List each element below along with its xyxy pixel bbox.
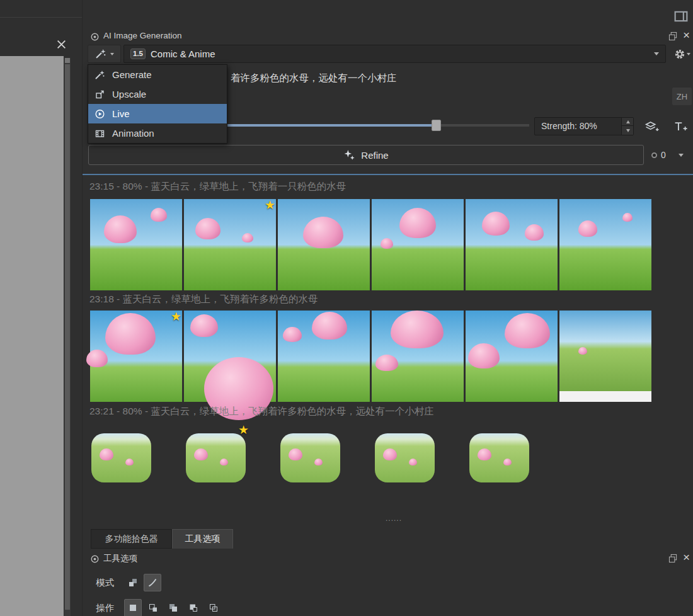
generated-image-thumbnail[interactable] [184, 311, 276, 402]
generated-image-thumbnail[interactable] [466, 199, 558, 290]
generated-image-thumbnail[interactable] [559, 311, 651, 402]
squares-outline-icon [209, 603, 219, 613]
generated-image-thumbnail[interactable] [466, 311, 558, 402]
arrow-down-icon [626, 129, 630, 132]
favorite-star-icon: ★ [171, 309, 181, 323]
selection-symmetric-difference-button[interactable] [205, 599, 222, 616]
more-indicator[interactable]: ...... [365, 514, 422, 523]
close-icon [56, 39, 67, 50]
selection-replace-button[interactable] [124, 599, 142, 616]
generation-mode-split-button[interactable] [88, 45, 121, 63]
chevron-down-icon [110, 53, 114, 55]
menu-item-upscale[interactable]: Upscale [88, 84, 227, 104]
close-docker-button[interactable]: × [683, 551, 690, 563]
generated-image-thumbnail[interactable] [90, 199, 182, 290]
menu-item-label: Upscale [112, 89, 146, 100]
square-filled-icon [128, 603, 138, 613]
canvas-area[interactable] [0, 56, 64, 616]
generated-image-thumbnail[interactable] [278, 199, 370, 290]
refine-label: Refine [361, 150, 388, 161]
play-icon [94, 109, 105, 119]
thumbnail-grid: ★ [91, 433, 529, 482]
spin-buttons [621, 118, 633, 135]
generated-image-thumbnail[interactable] [375, 433, 435, 482]
generated-image-thumbnail[interactable]: ★ [184, 199, 276, 290]
thumbnail-grid: ★ [90, 311, 651, 402]
upscale-icon [94, 89, 105, 100]
generated-image-thumbnail[interactable]: ★ [90, 311, 182, 402]
queue-indicator[interactable]: 0 [651, 149, 692, 161]
settings-button[interactable] [672, 45, 692, 63]
menu-item-animation[interactable]: Animation [88, 123, 227, 143]
queue-dot-icon [651, 152, 657, 158]
generated-image-thumbnail[interactable] [91, 433, 151, 482]
square-add-icon [148, 603, 158, 613]
chevron-down-icon [654, 52, 659, 55]
squares-overlap-icon [168, 603, 178, 613]
tab-tool-options[interactable]: 工具选项 [172, 529, 233, 549]
float-icon [668, 31, 678, 41]
scrollbar-thumb[interactable] [65, 64, 70, 610]
generated-image-thumbnail[interactable] [280, 433, 340, 482]
vertical-scrollbar[interactable] [64, 58, 71, 616]
queue-count: 0 [661, 150, 666, 160]
generation-mode-menu: Generate Upscale Live Animation [88, 64, 227, 144]
spin-down-button[interactable] [622, 127, 634, 135]
language-badge[interactable]: ZH [672, 88, 692, 105]
float-icon [668, 554, 678, 563]
panel-splitter[interactable] [83, 174, 693, 175]
arrow-up-icon [626, 120, 630, 123]
close-docker-button[interactable]: × [683, 29, 690, 41]
menu-item-label: Live [112, 108, 130, 119]
selection-subtract-button[interactable] [164, 599, 182, 616]
mode-pixel-button[interactable] [124, 574, 142, 591]
workspace-chooser-button[interactable] [673, 9, 689, 25]
action-label: 操作 [96, 602, 114, 614]
generated-image-thumbnail[interactable]: ★ [186, 433, 246, 482]
menu-item-label: Animation [112, 128, 154, 139]
tab-multi-color-picker[interactable]: 多功能拾色器 [91, 529, 172, 549]
float-docker-button[interactable] [668, 31, 678, 43]
application-window: AI Image Generation × 1.5 Comic & Anime … [0, 0, 693, 616]
scrollbar-button[interactable] [65, 58, 70, 63]
favorite-star-icon: ★ [238, 423, 249, 436]
slider-handle[interactable] [432, 120, 441, 131]
docker-title: 工具选项 [103, 553, 137, 564]
gear-icon [674, 48, 685, 60]
style-select[interactable]: 1.5 Comic & Anime [123, 45, 666, 63]
generated-image-thumbnail[interactable] [278, 311, 370, 402]
panel-divider [82, 0, 83, 616]
favorite-star-icon: ★ [265, 198, 275, 212]
history-section-header: 23:21 - 80% - 蓝天白云，绿草地上，飞翔着许多粉色的水母，远处有一个… [89, 405, 434, 418]
mode-vector-button[interactable] [144, 574, 161, 591]
chevron-down-icon [679, 154, 684, 157]
thumbnail-grid: ★ [90, 199, 651, 290]
docker-title: AI Image Generation [103, 31, 182, 40]
prompt-text[interactable]: 着许多粉色的水母，远处有一个小村庄 [231, 72, 397, 85]
close-button[interactable] [54, 38, 68, 52]
selection-intersect-button[interactable] [185, 599, 202, 616]
spin-up-button[interactable] [622, 118, 634, 126]
docker-icon [90, 554, 100, 564]
history-section-header: 23:15 - 80% - 蓝天白云，绿草地上，飞翔着一只粉色的水母 [89, 180, 346, 193]
wand-icon [95, 48, 106, 59]
workspace-icon [674, 10, 688, 23]
menu-item-generate[interactable]: Generate [88, 65, 227, 84]
history-section-header: 23:18 - 蓝天白云，绿草地上，飞翔着许多粉色的水母 [89, 293, 318, 306]
film-icon [94, 128, 105, 139]
insert-text-button[interactable] [668, 117, 692, 135]
float-docker-button[interactable] [668, 554, 678, 565]
generated-image-thumbnail[interactable] [469, 433, 529, 482]
sparkles-icon [343, 149, 355, 161]
refine-button[interactable]: Refine [88, 145, 644, 165]
generated-image-thumbnail[interactable] [372, 311, 464, 402]
menu-item-live[interactable]: Live [88, 104, 227, 123]
strength-value: Strength: 80% [541, 118, 597, 135]
squares-icon [128, 578, 138, 588]
apply-layers-button[interactable] [641, 117, 663, 135]
generated-image-thumbnail[interactable] [559, 199, 651, 290]
selection-add-button[interactable] [144, 599, 162, 616]
strength-spinbox[interactable]: Strength: 80% [534, 117, 634, 135]
generated-image-thumbnail[interactable] [372, 199, 464, 290]
curve-icon [147, 578, 158, 588]
